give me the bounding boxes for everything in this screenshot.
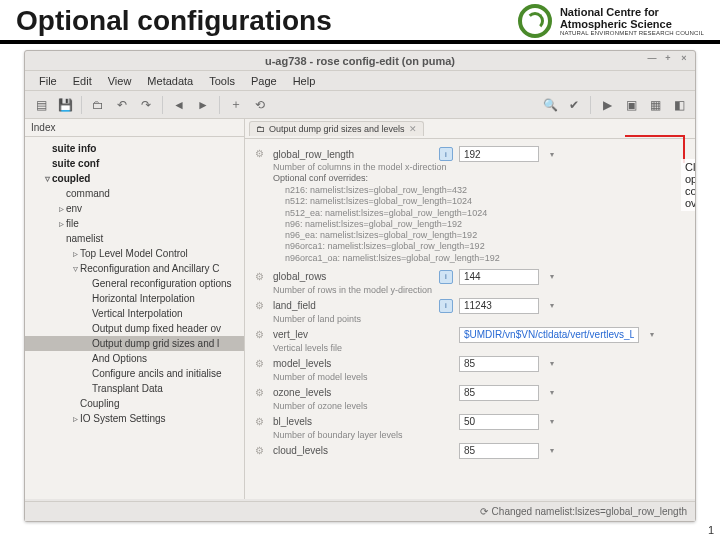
sidebar: Index suite infosuite conf▿coupledcomman…	[25, 119, 245, 499]
field-input[interactable]	[459, 414, 539, 430]
field-input[interactable]	[459, 385, 539, 401]
tree-item[interactable]: Output dump grid sizes and l	[25, 336, 244, 351]
field-desc: Number of boundary layer levels	[255, 430, 685, 440]
open-icon[interactable]: ▤	[31, 95, 51, 115]
chevron-down-icon[interactable]: ▾	[545, 272, 559, 281]
tree-item[interactable]: ▿Reconfiguration and Ancillary C	[25, 261, 244, 276]
tree-item[interactable]: namelist	[25, 231, 244, 246]
redo-icon[interactable]: ↷	[136, 95, 156, 115]
gear-icon[interactable]: ⚙	[255, 387, 267, 399]
override-icon[interactable]: i	[439, 270, 453, 284]
override-list: n216: namelist:lsizes=global_row_length=…	[255, 185, 685, 264]
gear-icon[interactable]: ⚙	[255, 329, 267, 341]
add-icon[interactable]: ＋	[226, 95, 246, 115]
tree-item[interactable]: Horizontal Interpolation	[25, 291, 244, 306]
tree-item[interactable]: ▹IO System Settings	[25, 411, 244, 426]
slide-title: Optional configurations	[16, 5, 332, 37]
tree-item[interactable]: Output dump fixed header ov	[25, 321, 244, 336]
minimize-button[interactable]: —	[645, 53, 659, 67]
field-input[interactable]	[459, 298, 539, 314]
find-icon[interactable]: 🔍	[540, 95, 560, 115]
tree-item[interactable]: ▹file	[25, 216, 244, 231]
menu-view[interactable]: View	[100, 73, 140, 89]
field-desc: Number of columns in the model x-directi…	[255, 162, 685, 172]
gear-icon[interactable]: ⚙	[255, 300, 267, 312]
tree-item[interactable]: ▿coupled	[25, 171, 244, 186]
nav-tree[interactable]: suite infosuite conf▿coupledcommand▹env▹…	[25, 137, 244, 499]
menu-metadata[interactable]: Metadata	[139, 73, 201, 89]
gear-icon[interactable]: ⚙	[255, 445, 267, 457]
forward-icon[interactable]: ►	[193, 95, 213, 115]
maximize-button[interactable]: +	[661, 53, 675, 67]
run-icon[interactable]: ▶	[597, 95, 617, 115]
field-input[interactable]	[459, 269, 539, 285]
menu-tools[interactable]: Tools	[201, 73, 243, 89]
folder-icon: 🗀	[256, 124, 265, 134]
tree-item[interactable]: Vertical Interpolation	[25, 306, 244, 321]
check-icon[interactable]: ✔	[564, 95, 584, 115]
tab-output-dump-grid[interactable]: 🗀 Output dump grid sizes and levels ✕	[249, 121, 424, 136]
tree-item[interactable]: Configure ancils and initialise	[25, 366, 244, 381]
chevron-down-icon[interactable]: ▾	[545, 150, 559, 159]
tree-item[interactable]: ▹Top Level Model Control	[25, 246, 244, 261]
chevron-down-icon[interactable]: ▾	[545, 359, 559, 368]
chevron-down-icon[interactable]: ▾	[645, 330, 659, 339]
field-bl_levels: ⚙bl_levels▾	[255, 413, 685, 431]
tree-item[interactable]: suite conf	[25, 156, 244, 171]
rose-config-edit-window: u-ag738 - rose config-edit (on puma) — +…	[24, 50, 696, 522]
gear-icon[interactable]: ⚙	[255, 271, 267, 283]
field-global_rows: ⚙global_rowsi▾	[255, 268, 685, 286]
page-number: 1	[708, 524, 714, 536]
view-icon[interactable]: ▦	[645, 95, 665, 115]
field-label: model_levels	[273, 358, 433, 369]
override-icon[interactable]: i	[439, 299, 453, 313]
field-model_levels: ⚙model_levels▾	[255, 355, 685, 373]
chevron-down-icon[interactable]: ▾	[545, 417, 559, 426]
toolbar: ▤ 💾 🗀 ↶ ↷ ◄ ► ＋ ⟲ 🔍 ✔ ▶ ▣ ▦ ◧	[25, 91, 695, 119]
field-land_field: ⚙land_fieldi▾	[255, 297, 685, 315]
window-title: u-ag738 - rose config-edit (on puma)	[265, 55, 455, 67]
gear-icon[interactable]: ⚙	[255, 358, 267, 370]
undo-icon[interactable]: ↶	[112, 95, 132, 115]
divider	[0, 40, 720, 44]
tree-item[interactable]: General reconfiguration options	[25, 276, 244, 291]
override-icon[interactable]: i	[439, 147, 453, 161]
save-icon[interactable]: 💾	[55, 95, 75, 115]
field-input[interactable]	[459, 356, 539, 372]
field-input[interactable]	[459, 443, 539, 459]
revert-icon[interactable]: ⟲	[250, 95, 270, 115]
output-icon[interactable]: ◧	[669, 95, 689, 115]
term-icon[interactable]: ▣	[621, 95, 641, 115]
tab-label: Output dump grid sizes and levels	[269, 124, 405, 134]
menu-page[interactable]: Page	[243, 73, 285, 89]
menu-edit[interactable]: Edit	[65, 73, 100, 89]
browse-icon[interactable]: 🗀	[88, 95, 108, 115]
menu-file[interactable]: File	[31, 73, 65, 89]
menu-help[interactable]: Help	[285, 73, 324, 89]
gear-icon[interactable]: ⚙	[255, 148, 267, 160]
chevron-down-icon[interactable]: ▾	[545, 388, 559, 397]
tree-item[interactable]: Transplant Data	[25, 381, 244, 396]
field-cloud_levels: ⚙cloud_levels▾	[255, 442, 685, 460]
chevron-down-icon[interactable]: ▾	[545, 446, 559, 455]
tree-item[interactable]: suite info	[25, 141, 244, 156]
status-text: Changed namelist:lsizes=global_row_lengt…	[492, 506, 687, 517]
chevron-down-icon[interactable]: ▾	[545, 301, 559, 310]
main-panel: 🗀 Output dump grid sizes and levels ✕ Cl…	[245, 119, 695, 499]
tree-item[interactable]: And Options	[25, 351, 244, 366]
field-input[interactable]	[459, 327, 639, 343]
field-vert_lev: ⚙vert_lev▾	[255, 326, 685, 344]
tree-item[interactable]: command	[25, 186, 244, 201]
gear-icon[interactable]: ⚙	[255, 416, 267, 428]
field-label: global_row_length	[273, 149, 433, 160]
field-label: ozone_levels	[273, 387, 433, 398]
close-icon[interactable]: ✕	[409, 124, 417, 134]
field-input[interactable]	[459, 146, 539, 162]
close-button[interactable]: ×	[677, 53, 691, 67]
field-label: bl_levels	[273, 416, 433, 427]
back-icon[interactable]: ◄	[169, 95, 189, 115]
logo-swirl-icon	[518, 4, 552, 38]
tree-item[interactable]: ▹env	[25, 201, 244, 216]
field-global_row_length: ⚙global_row_lengthi▾	[255, 145, 685, 163]
tree-item[interactable]: Coupling	[25, 396, 244, 411]
